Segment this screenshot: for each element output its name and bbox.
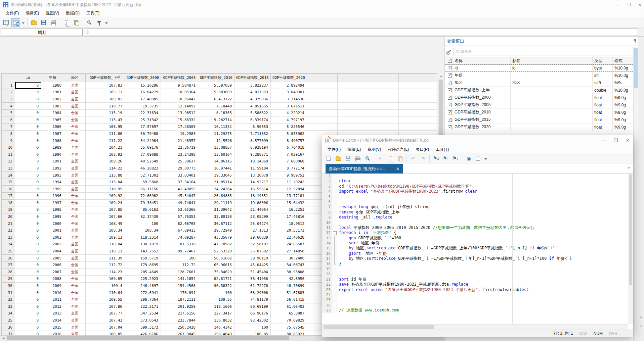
data-cell[interactable]: 136.8032 bbox=[198, 317, 234, 324]
edit-table-icon[interactable] bbox=[2, 18, 10, 27]
data-cell[interactable]: 5.883069 bbox=[198, 89, 234, 96]
data-cell[interactable]: 0 bbox=[15, 124, 41, 131]
column-header-7[interactable]: GDP平减指数_2015 bbox=[234, 74, 271, 82]
data-cell[interactable]: 250.2428 bbox=[161, 324, 198, 331]
data-cell[interactable]: 0 bbox=[15, 310, 41, 317]
data-cell[interactable]: 全国 bbox=[64, 317, 86, 324]
code-line[interactable]: 19 bbox=[322, 266, 633, 272]
data-cell[interactable]: 1993 bbox=[41, 172, 64, 179]
code-line[interactable]: 9destring _all ,replace bbox=[322, 215, 633, 220]
data-cell[interactable]: 217.6156 bbox=[161, 310, 198, 317]
data-cell[interactable]: 6.413722 bbox=[198, 96, 234, 103]
data-cell[interactable]: 2002 bbox=[41, 234, 64, 241]
data-cell[interactable]: 11.29242 bbox=[271, 179, 307, 186]
row-number-cell[interactable]: 28 bbox=[2, 269, 15, 276]
data-cell[interactable]: 1980 bbox=[41, 82, 64, 89]
data-cell[interactable]: 45.04425 bbox=[234, 261, 271, 269]
variable-checkbox-icon[interactable] bbox=[448, 88, 452, 92]
dofile-active-tab[interactable]: 自动计算GDP指数-拖拽到stat... ✕ bbox=[326, 164, 403, 174]
find-icon[interactable] bbox=[85, 18, 94, 27]
dock-scroll-down-icon[interactable]: ▼ bbox=[638, 325, 644, 328]
data-cell[interactable]: 110.95 bbox=[86, 186, 125, 193]
data-cell[interactable]: 0 bbox=[15, 276, 41, 283]
empty-cell[interactable] bbox=[399, 103, 429, 110]
data-cell[interactable]: 1990 bbox=[41, 151, 64, 158]
data-cell[interactable]: 23.08299 bbox=[234, 213, 271, 220]
data-cell[interactable]: 9.989752 bbox=[271, 172, 307, 179]
code-line[interactable]: 14 sort 地区 年份 bbox=[322, 241, 633, 246]
data-cell[interactable]: 61.72278 bbox=[234, 282, 271, 289]
data-cell[interactable]: 13.60164 bbox=[198, 151, 234, 158]
row-number-cell[interactable]: 9 bbox=[2, 137, 15, 144]
data-cell[interactable]: 128.7601 bbox=[161, 269, 198, 276]
data-cell[interactable]: 全国 bbox=[64, 193, 86, 200]
row-number-cell[interactable]: 11 bbox=[2, 151, 15, 158]
data-cell[interactable]: 107.85 bbox=[86, 206, 125, 213]
variable-row[interactable]: GDP平减指数_2000float%9.0g bbox=[445, 94, 639, 101]
row-number-cell[interactable]: 6 bbox=[2, 116, 15, 124]
preview-icon[interactable]: ◉ bbox=[464, 154, 473, 162]
data-cell[interactable]: 45.54047 bbox=[161, 193, 198, 200]
code-vscroll-thumb[interactable] bbox=[629, 175, 632, 285]
data-cell[interactable]: 8.18365 bbox=[198, 109, 234, 116]
data-cell[interactable]: 全国 bbox=[64, 227, 86, 234]
row-number-cell[interactable]: 18 bbox=[2, 199, 15, 206]
data-cell[interactable]: 141.1854 bbox=[161, 276, 198, 283]
data-cell[interactable]: 0 bbox=[15, 296, 41, 303]
data-cell[interactable]: 9.282714 bbox=[198, 116, 234, 124]
variable-checkbox-icon[interactable] bbox=[448, 103, 452, 107]
data-cell[interactable]: 全国 bbox=[64, 324, 86, 331]
dofile-find-icon[interactable] bbox=[363, 154, 372, 162]
data-cell[interactable]: 36.67112 bbox=[198, 220, 234, 227]
column-header-6[interactable]: GDP平减指数_2010 bbox=[198, 74, 234, 82]
column-header-4[interactable]: GDP平减指数_2000 bbox=[125, 74, 161, 82]
empty-cell[interactable] bbox=[307, 96, 338, 103]
empty-cell[interactable] bbox=[338, 109, 368, 116]
data-cell[interactable]: 30.2408 bbox=[271, 255, 307, 262]
empty-cell[interactable] bbox=[307, 124, 338, 131]
data-cell[interactable]: 0 bbox=[15, 165, 41, 172]
variable-checkbox-icon[interactable] bbox=[448, 125, 452, 129]
data-cell[interactable]: 21.44064 bbox=[234, 206, 271, 213]
data-cell[interactable]: 22.31634 bbox=[125, 109, 161, 116]
paste-icon[interactable] bbox=[72, 18, 81, 27]
data-cell[interactable]: 11.59184 bbox=[234, 165, 271, 172]
data-cell[interactable]: 全国 bbox=[64, 89, 86, 96]
data-cell[interactable]: 0 bbox=[15, 179, 41, 186]
empty-cell[interactable] bbox=[368, 103, 399, 110]
data-cell[interactable]: 0 bbox=[15, 151, 41, 158]
row-number-cell[interactable]: 32 bbox=[2, 296, 15, 303]
data-cell[interactable]: 18.19851 bbox=[234, 193, 271, 200]
empty-cell[interactable] bbox=[338, 82, 368, 89]
new-doc-icon[interactable] bbox=[324, 154, 333, 162]
data-cell[interactable]: 2003 bbox=[41, 241, 64, 248]
data-cell[interactable]: 24.65587 bbox=[271, 241, 307, 248]
data-cell[interactable]: 110.04 bbox=[86, 241, 125, 248]
data-cell[interactable]: 100 bbox=[125, 220, 161, 227]
data-cell[interactable]: 0 bbox=[15, 255, 41, 262]
data-cell[interactable]: 全国 bbox=[64, 158, 86, 165]
data-cell[interactable]: 5.835962 bbox=[271, 130, 307, 137]
data-cell[interactable]: 1984 bbox=[41, 109, 64, 116]
data-cell[interactable]: 0 bbox=[15, 103, 41, 110]
data-cell[interactable]: 42.6956 bbox=[271, 276, 307, 283]
data-cell[interactable]: 66.11156 bbox=[125, 186, 161, 193]
variable-row[interactable]: GDP平减指数_2015float%9.0g bbox=[445, 116, 639, 124]
data-cell[interactable]: 12.52894 bbox=[271, 186, 307, 193]
data-cell[interactable]: 全国 bbox=[64, 296, 86, 303]
row-number-cell[interactable]: 8 bbox=[2, 130, 15, 137]
main-menu-2[interactable]: 视图(V) bbox=[42, 9, 62, 17]
data-cell[interactable]: 3.822237 bbox=[234, 82, 271, 89]
row-number-cell[interactable]: 27 bbox=[2, 261, 15, 269]
data-cell[interactable]: 全国 bbox=[64, 179, 86, 186]
data-cell[interactable]: 13.98512 bbox=[161, 109, 198, 116]
data-cell[interactable]: 0 bbox=[15, 282, 41, 289]
dofile-open-folder-icon[interactable] bbox=[334, 154, 343, 162]
empty-cell[interactable] bbox=[399, 109, 429, 116]
code-line[interactable]: 22save 各省及全国GDP平减指数1980-2022_平减后更新.dta,r… bbox=[322, 282, 633, 287]
print-icon[interactable] bbox=[49, 18, 58, 27]
data-cell[interactable]: 14.86115 bbox=[198, 158, 234, 165]
data-cell[interactable]: 全国 bbox=[64, 144, 86, 151]
row-number-cell[interactable]: 16 bbox=[2, 186, 15, 193]
undo-icon[interactable]: ↶ bbox=[409, 154, 418, 162]
